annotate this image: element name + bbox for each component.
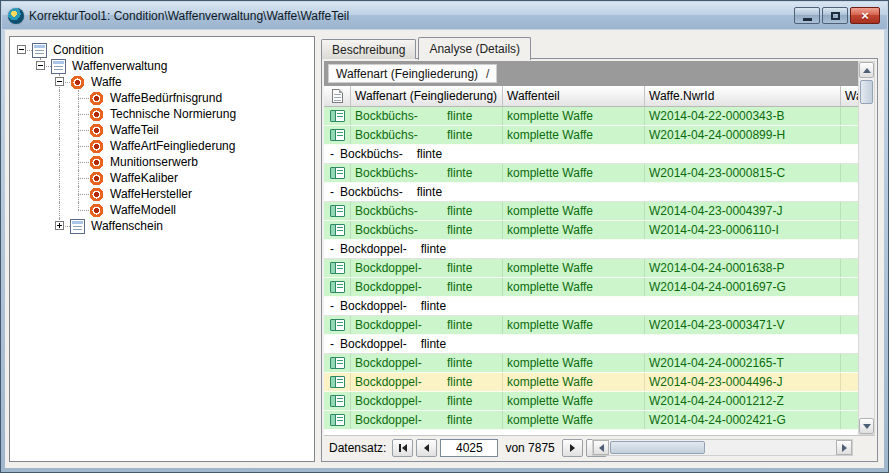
- grid-row[interactable]: Bockdoppel-flintekomplette WaffeW2014-04…: [324, 411, 858, 430]
- record-icon: [330, 281, 345, 293]
- first-record-button[interactable]: [392, 439, 413, 457]
- group-row[interactable]: -Bockdoppel-flinte: [324, 335, 858, 354]
- column-header-waffen[interactable]: Waffen: [841, 86, 858, 106]
- record-icon: [330, 262, 345, 274]
- group-row[interactable]: -Bockbüchs-flinte: [324, 145, 858, 164]
- cell-nwrid: W2014-04-24-0002165-T: [645, 354, 841, 372]
- cell-nwrid: W2014-04-24-0001697-G: [645, 278, 841, 296]
- tree-item-waffekaliber[interactable]: WaffeKaliber: [12, 170, 312, 186]
- tree-item-label: Technische Normierung: [108, 107, 238, 121]
- column-header-waffenart-feingliederung[interactable]: Waffenart (Feingliederung): [351, 86, 503, 106]
- cell-waffenart-text-2: flinte: [447, 126, 472, 144]
- group-collapse-icon[interactable]: -: [330, 299, 340, 313]
- next-record-button[interactable]: [562, 439, 583, 457]
- vertical-scrollbar[interactable]: [858, 61, 875, 435]
- group-by-panel: Waffenart (Feingliederung) /: [324, 61, 858, 86]
- cell-waffenart: Bockdoppel-flinte: [351, 354, 503, 372]
- scroll-left-button[interactable]: [593, 440, 609, 455]
- cell-waffenart-text-2: flinte: [447, 164, 472, 182]
- group-by-chip[interactable]: Waffenart (Feingliederung) /: [328, 64, 497, 83]
- tree-item-waffebedürfnisgrund[interactable]: WaffeBedürfnisgrund: [12, 90, 312, 106]
- cell-nwrid: W2014-04-24-0000899-H: [645, 126, 841, 144]
- record-icon: [330, 129, 345, 141]
- group-collapse-icon[interactable]: -: [330, 185, 340, 199]
- cell-extra: [841, 373, 858, 391]
- cell-extra: [841, 259, 858, 277]
- row-indicator-cell: [324, 202, 351, 220]
- minimize-button[interactable]: [794, 7, 820, 24]
- grid-row[interactable]: Bockdoppel-flintekomplette WaffeW2014-04…: [324, 373, 858, 392]
- tab-page-analyse: Waffenart (Feingliederung) / Waffenart (…: [321, 58, 878, 462]
- group-row[interactable]: -Bockbüchs-flinte: [324, 183, 858, 202]
- tree-item-technische-normierung[interactable]: Technische Normierung: [12, 106, 312, 122]
- tab-label: Beschreibung: [332, 43, 405, 57]
- tree-item-waffenverwaltung[interactable]: Waffenverwaltung: [12, 58, 312, 74]
- grid-row[interactable]: Bockdoppel-flintekomplette WaffeW2014-04…: [324, 259, 858, 278]
- cell-waffenart-text-2: flinte: [447, 107, 472, 125]
- grid-row[interactable]: Bockdoppel-flintekomplette WaffeW2014-04…: [324, 278, 858, 297]
- cell-waffenart-text-2: flinte: [447, 373, 472, 391]
- cell-waffenart-text: Bockdoppel-: [355, 280, 422, 294]
- grid-row[interactable]: Bockdoppel-flintekomplette WaffeW2014-04…: [324, 354, 858, 373]
- cell-extra: [841, 278, 858, 296]
- cell-waffenart-text: Bockbüchs-: [355, 223, 418, 237]
- app-icon: [8, 8, 24, 24]
- cell-waffenart: Bockdoppel-flinte: [351, 316, 503, 334]
- previous-record-button[interactable]: [416, 439, 437, 457]
- tree-item-waffe[interactable]: Waffe: [12, 74, 312, 90]
- tree-item-condition[interactable]: Condition: [12, 42, 312, 58]
- tree-item-waffenschein[interactable]: Waffenschein: [12, 218, 312, 234]
- cell-waffenteil: komplette Waffe: [503, 221, 645, 239]
- cell-waffenteil: komplette Waffe: [503, 354, 645, 372]
- tree-item-waffeartfeingliederung[interactable]: WaffeArtFeingliederung: [12, 138, 312, 154]
- tree-item-waffeteil[interactable]: WaffeTeil: [12, 122, 312, 138]
- row-indicator-cell: [324, 126, 351, 144]
- cell-nwrid: W2014-04-23-0004397-J: [645, 202, 841, 220]
- grid-row[interactable]: Bockbüchs-flintekomplette WaffeW2014-04-…: [324, 202, 858, 221]
- grid-row[interactable]: Bockdoppel-flintekomplette WaffeW2014-04…: [324, 392, 858, 411]
- collapse-icon[interactable]: [36, 61, 45, 70]
- record-position-input[interactable]: [440, 439, 498, 457]
- cell-extra: [841, 354, 858, 372]
- collapse-icon[interactable]: [55, 77, 64, 86]
- group-row[interactable]: -Bockdoppel-flinte: [324, 240, 858, 259]
- cell-nwrid: W2014-04-22-0000343-B: [645, 107, 841, 125]
- group-collapse-icon[interactable]: -: [330, 147, 340, 161]
- cell-waffenart-text-2: flinte: [447, 278, 472, 296]
- close-button[interactable]: ×: [850, 7, 880, 24]
- expand-icon[interactable]: [55, 221, 64, 230]
- group-collapse-icon[interactable]: -: [330, 242, 340, 256]
- tab-beschreibung[interactable]: Beschreibung: [321, 39, 416, 59]
- next-arrow-icon: [570, 444, 575, 452]
- grid-row[interactable]: Bockbüchs-flintekomplette WaffeW2014-04-…: [324, 107, 858, 126]
- arrow-right-icon: [842, 444, 851, 452]
- grid-row[interactable]: Bockbüchs-flintekomplette WaffeW2014-04-…: [324, 164, 858, 183]
- cell-nwrid: W2014-04-23-0004496-J: [645, 373, 841, 391]
- grid-row[interactable]: Bockdoppel-flintekomplette WaffeW2014-04…: [324, 316, 858, 335]
- horizontal-scrollbar[interactable]: [592, 439, 853, 456]
- group-collapse-icon[interactable]: -: [330, 337, 340, 351]
- tab-analyse-details[interactable]: Analyse (Details): [418, 37, 531, 60]
- grid-row[interactable]: Bockbüchs-flintekomplette WaffeW2014-04-…: [324, 126, 858, 145]
- cell-nwrid: W2014-04-23-0003471-V: [645, 316, 841, 334]
- collapse-icon[interactable]: [17, 45, 26, 54]
- grid-row[interactable]: Bockbüchs-flintekomplette WaffeW2014-04-…: [324, 221, 858, 240]
- tree-item-waffemodell[interactable]: WaffeModell: [12, 202, 312, 218]
- scroll-up-button[interactable]: [859, 62, 874, 78]
- cell-waffenteil: komplette Waffe: [503, 202, 645, 220]
- column-header-waffenteil[interactable]: Waffenteil: [503, 86, 645, 106]
- vertical-scrollbar-thumb[interactable]: [860, 80, 873, 104]
- maximize-button[interactable]: [822, 7, 848, 24]
- tree-panel: ConditionWaffenverwaltungWaffeWaffeBedür…: [9, 36, 315, 462]
- scroll-down-button[interactable]: [859, 418, 874, 434]
- data-grid: Waffenart (Feingliederung) / Waffenart (…: [324, 61, 875, 459]
- group-row[interactable]: -Bockdoppel-flinte: [324, 297, 858, 316]
- scroll-right-button[interactable]: [836, 440, 852, 455]
- record-icon: [330, 110, 345, 122]
- group-value: Bockdoppel-: [340, 242, 407, 256]
- column-header-waffe-nwrid[interactable]: Waffe.NwrId: [645, 86, 841, 106]
- record-count-label: von 7875: [505, 441, 554, 455]
- tree-item-waffehersteller[interactable]: WaffeHersteller: [12, 186, 312, 202]
- horizontal-scrollbar-thumb[interactable]: [610, 441, 705, 454]
- tree-item-munitionserwerb[interactable]: Munitionserwerb: [12, 154, 312, 170]
